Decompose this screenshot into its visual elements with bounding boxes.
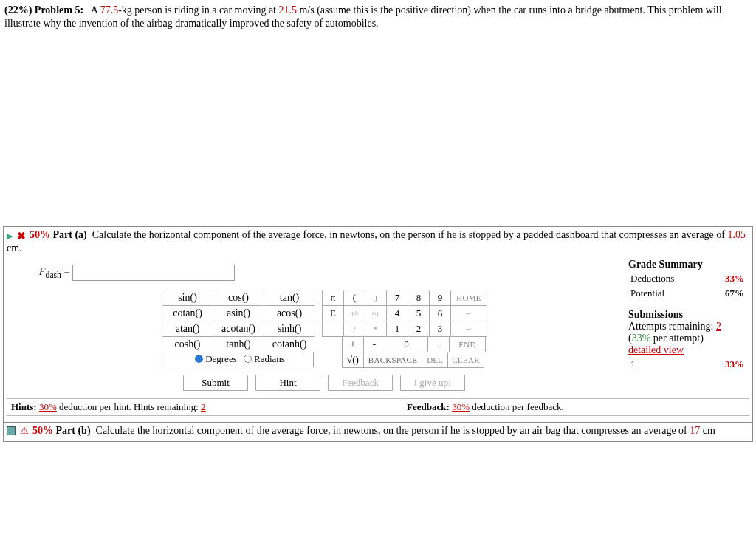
- key-sub[interactable]: ^↓: [365, 305, 387, 321]
- key-backspace[interactable]: BACKSPACE: [363, 352, 422, 368]
- fn-atan[interactable]: atan(): [162, 321, 213, 337]
- key-right[interactable]: →: [450, 321, 487, 337]
- key-clear[interactable]: CLEAR: [447, 352, 484, 368]
- key-2[interactable]: 2: [408, 321, 430, 337]
- expand-icon[interactable]: ▶: [7, 231, 13, 241]
- key-sqrt[interactable]: √(): [342, 352, 364, 368]
- key-9[interactable]: 9: [429, 290, 451, 306]
- key-div[interactable]: /: [343, 321, 365, 337]
- part-a-weight: 50%: [30, 229, 50, 240]
- grade-summary: Grade Summary Deductions 33% Potential 6…: [628, 259, 749, 391]
- key-e[interactable]: E: [322, 305, 344, 321]
- warning-icon: ⚠: [20, 425, 29, 437]
- key-dot[interactable]: .: [427, 336, 450, 352]
- key-left[interactable]: ←: [450, 305, 487, 321]
- part-a-label: Part (a): [53, 229, 87, 240]
- key-5[interactable]: 5: [408, 305, 430, 321]
- fn-sinh[interactable]: sinh(): [264, 321, 315, 337]
- radians-radio[interactable]: [244, 355, 252, 363]
- fn-cotan[interactable]: cotan(): [162, 305, 213, 321]
- function-pad: sin() cos() tan() cotan() asin() acos() …: [162, 290, 315, 367]
- key-6[interactable]: 6: [429, 305, 451, 321]
- key-minus[interactable]: -: [363, 336, 385, 352]
- key-blank[interactable]: [322, 321, 344, 337]
- spacer: [3, 33, 753, 225]
- degrees-radio[interactable]: [195, 355, 203, 363]
- key-7[interactable]: 7: [386, 290, 408, 306]
- fn-sin[interactable]: sin(): [162, 290, 213, 306]
- fn-asin[interactable]: asin(): [213, 305, 264, 321]
- key-lparen[interactable]: (: [343, 290, 365, 306]
- wrong-icon: ✖: [17, 230, 26, 242]
- answer-input[interactable]: [72, 265, 235, 281]
- action-row: Submit Hint Feedback I give up!: [20, 375, 628, 391]
- key-0[interactable]: 0: [385, 336, 428, 352]
- part-a-header: ▶ ✖ 50% Part (a) Calculate the horizonta…: [7, 229, 749, 253]
- attempts-remaining[interactable]: 2: [716, 321, 721, 332]
- fn-acos[interactable]: acos(): [264, 305, 315, 321]
- key-pi[interactable]: π: [322, 290, 344, 306]
- key-home[interactable]: HOME: [450, 290, 487, 306]
- part-a-box: ▶ ✖ 50% Part (a) Calculate the horizonta…: [3, 226, 753, 422]
- key-end[interactable]: END: [449, 336, 486, 352]
- key-1[interactable]: 1: [386, 321, 408, 337]
- problem-statement: (22%) Problem 5: A 77.5-kg person is rid…: [3, 1, 753, 33]
- answer-row: Fdash =: [39, 265, 628, 281]
- fn-cosh[interactable]: cosh(): [162, 336, 213, 352]
- key-4[interactable]: 4: [386, 305, 408, 321]
- hints-remaining[interactable]: 2: [201, 401, 206, 412]
- key-8[interactable]: 8: [408, 290, 430, 306]
- fn-cos[interactable]: cos(): [213, 290, 264, 306]
- key-plus[interactable]: +: [342, 336, 364, 352]
- part-b-box: ⚠ 50% Part (b) Calculate the horizontal …: [3, 423, 753, 443]
- giveup-button[interactable]: I give up!: [400, 375, 465, 391]
- hint-button[interactable]: Hint: [255, 375, 320, 391]
- feedback-button[interactable]: Feedback: [328, 375, 393, 391]
- submit-button[interactable]: Submit: [183, 375, 248, 391]
- fn-cotanh[interactable]: cotanh(): [264, 336, 315, 352]
- fn-tanh[interactable]: tanh(): [213, 336, 264, 352]
- number-pad: π ( ) 7 8 9 HOME E ↑^ ^↓ 4: [322, 290, 487, 367]
- hints-feedback-row: Hints: 30% deduction per hint. Hints rem…: [7, 398, 749, 416]
- fn-tan[interactable]: tan(): [264, 290, 315, 306]
- status-icon: [7, 426, 16, 435]
- key-mul[interactable]: *: [365, 321, 387, 337]
- angle-mode[interactable]: Degrees Radians: [162, 351, 314, 367]
- fn-acotan[interactable]: acotan(): [213, 321, 264, 337]
- key-3[interactable]: 3: [429, 321, 451, 337]
- detailed-view-link[interactable]: detailed view: [628, 344, 684, 355]
- key-sup[interactable]: ↑^: [343, 305, 365, 321]
- key-rparen[interactable]: ): [365, 290, 387, 306]
- key-del[interactable]: DEL: [422, 352, 448, 368]
